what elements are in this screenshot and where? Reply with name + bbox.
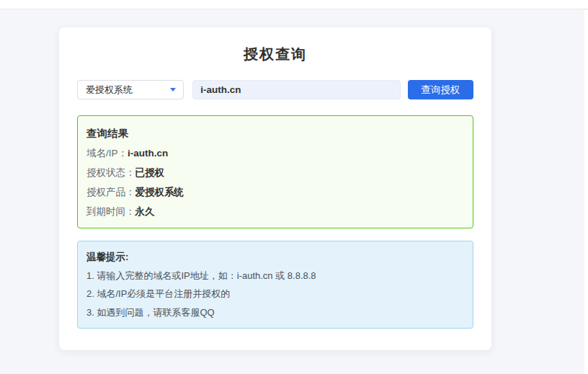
domain-input[interactable] (192, 80, 400, 99)
result-value: i-auth.cn (128, 148, 168, 159)
query-form-row: 爱授权系统 查询授权 (77, 80, 473, 99)
top-bar (0, 0, 588, 9)
result-row-domain: 域名/IP：i-auth.cn (86, 147, 463, 160)
result-label: 授权产品： (86, 187, 135, 197)
auth-query-card: 授权查询 爱授权系统 查询授权 查询结果 域名/IP：i-auth.cn 授权状… (59, 27, 491, 350)
result-row-product: 授权产品：爱授权系统 (86, 186, 463, 199)
tips-panel: 温馨提示: 1. 请输入完整的域名或IP地址，如：i-auth.cn 或 8.8… (77, 241, 473, 329)
page-title: 授权查询 (77, 46, 473, 62)
scrollbar-track[interactable] (584, 10, 588, 374)
tip-item-2: 2. 域名/IP必须是平台注册并授权的 (86, 288, 463, 300)
result-label: 授权状态： (86, 167, 135, 178)
query-auth-button[interactable]: 查询授权 (408, 80, 473, 99)
result-label: 域名/IP： (86, 148, 128, 159)
query-result-panel: 查询结果 域名/IP：i-auth.cn 授权状态：已授权 授权产品：爱授权系统… (77, 115, 473, 228)
result-panel-title: 查询结果 (86, 127, 463, 141)
product-select[interactable]: 爱授权系统 (77, 80, 184, 99)
result-label: 到期时间： (86, 206, 135, 217)
result-row-status: 授权状态：已授权 (86, 166, 463, 179)
tips-panel-title: 温馨提示: (86, 251, 463, 264)
result-value: 永久 (135, 206, 155, 217)
chevron-down-icon (170, 88, 176, 92)
result-value: 已授权 (135, 167, 165, 178)
tip-item-1: 1. 请输入完整的域名或IP地址，如：i-auth.cn 或 8.8.8.8 (86, 270, 463, 282)
product-select-value: 爱授权系统 (86, 84, 133, 97)
result-row-expiry: 到期时间：永久 (86, 205, 463, 218)
tip-item-3: 3. 如遇到问题，请联系客服QQ (86, 306, 463, 319)
result-value: 爱授权系统 (135, 187, 184, 197)
